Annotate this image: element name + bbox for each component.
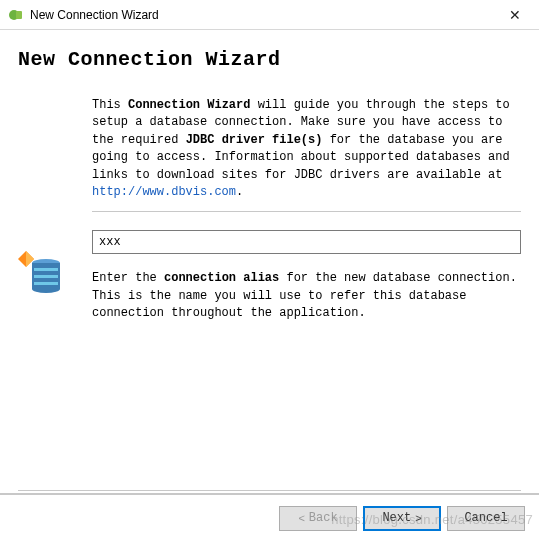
svg-rect-9 <box>34 282 58 285</box>
next-label: Next <box>382 511 411 525</box>
intro-bold: Connection Wizard <box>128 98 250 112</box>
chevron-left-icon: < <box>298 512 304 524</box>
next-button[interactable]: Next > <box>363 506 441 531</box>
content-area: New Connection Wizard This Connection Wi… <box>0 30 539 323</box>
help-bold: connection alias <box>164 271 279 285</box>
svg-rect-7 <box>34 268 58 271</box>
back-button: < Back <box>279 506 357 531</box>
back-label: Back <box>309 511 338 525</box>
intro-part: . <box>236 185 243 199</box>
database-icon <box>18 249 66 297</box>
intro-bold: JDBC driver file(s) <box>186 133 323 147</box>
svg-rect-1 <box>16 11 22 19</box>
svg-point-6 <box>32 285 60 293</box>
help-part: Enter the <box>92 271 164 285</box>
intro-text: This Connection Wizard will guide you th… <box>92 97 521 201</box>
footer-divider <box>18 490 521 491</box>
chevron-right-icon: > <box>415 512 421 524</box>
connection-alias-input[interactable] <box>92 230 521 254</box>
intro-part: This <box>92 98 128 112</box>
dbvis-link[interactable]: http://www.dbvis.com <box>92 185 236 199</box>
cancel-label: Cancel <box>464 511 507 525</box>
svg-rect-8 <box>34 275 58 278</box>
app-icon <box>8 7 24 23</box>
window-title: New Connection Wizard <box>30 8 495 22</box>
help-text: Enter the connection alias for the new d… <box>92 270 521 322</box>
close-icon[interactable]: ✕ <box>495 1 535 29</box>
cancel-button[interactable]: Cancel <box>447 506 525 531</box>
page-title: New Connection Wizard <box>18 48 521 71</box>
titlebar: New Connection Wizard ✕ <box>0 0 539 30</box>
divider <box>92 211 521 212</box>
text-column: This Connection Wizard will guide you th… <box>92 97 521 323</box>
icon-column <box>18 97 78 323</box>
footer: < Back Next > Cancel <box>0 493 539 541</box>
body-area: This Connection Wizard will guide you th… <box>18 97 521 323</box>
